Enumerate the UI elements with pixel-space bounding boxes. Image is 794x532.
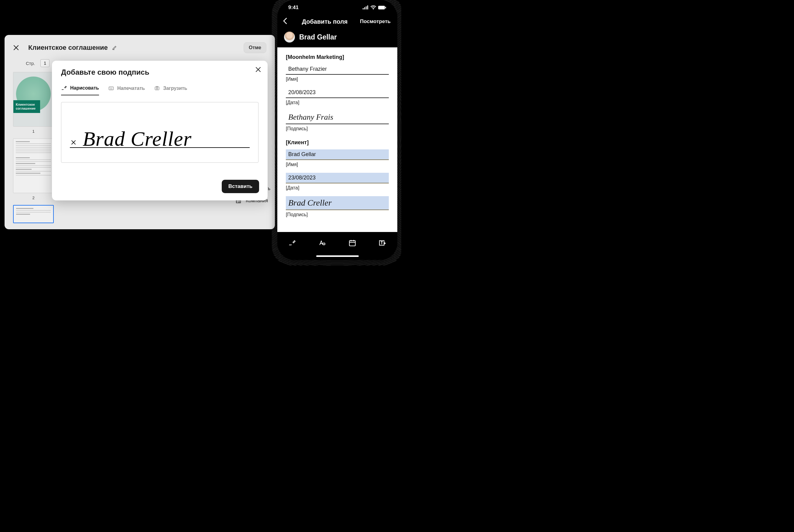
clear-signature-icon[interactable]: [71, 140, 76, 146]
svg-point-6: [156, 88, 158, 89]
svg-rect-4: [109, 87, 113, 90]
signature-baseline: [70, 147, 250, 148]
avatar: [284, 32, 295, 42]
svg-rect-5: [155, 87, 159, 90]
phone-user-header: Brad Gellar: [277, 30, 397, 48]
phone-user-name: Brad Gellar: [299, 33, 337, 41]
svg-rect-10: [367, 5, 368, 10]
page-thumbnail[interactable]: Клиентское соглашение: [13, 72, 54, 127]
document-title: Клиентское соглашение: [28, 44, 108, 52]
thumbnail-cover-title: Клиентское соглашение: [13, 100, 40, 113]
status-time: 9:41: [288, 4, 299, 11]
svg-rect-8: [364, 7, 365, 10]
phone-label-name: [Имя]: [286, 77, 389, 82]
svg-rect-12: [378, 6, 385, 10]
svg-rect-14: [349, 241, 355, 246]
thumbnail-number: 1: [32, 129, 34, 134]
thumbnail-column: Клиентское соглашение 1: [11, 72, 56, 223]
tabbar-signature-icon[interactable]: [288, 239, 296, 248]
modal-tabs: Нарисовать Напечатать Загрузить: [61, 85, 259, 95]
phone-label-client-signature: [Подпись]: [286, 212, 389, 217]
phone-nav-title: Добавить поля: [302, 18, 348, 25]
svg-rect-9: [366, 6, 366, 10]
phone-field-client-signature[interactable]: Brad Creller: [286, 196, 389, 210]
home-indicator: [316, 255, 359, 257]
signature-draw-canvas[interactable]: Brad Creller: [61, 102, 259, 163]
tabbar-date-icon[interactable]: [348, 239, 356, 248]
svg-rect-13: [385, 7, 386, 8]
phone-field-signature[interactable]: Bethany Frais: [286, 111, 389, 124]
close-icon[interactable]: [13, 45, 19, 51]
svg-point-11: [373, 9, 374, 10]
tab-upload[interactable]: Загрузить: [154, 85, 187, 95]
phone-label-client-name: [Имя]: [286, 162, 389, 167]
tab-type-label: Напечатать: [117, 86, 145, 91]
thumbnail-number: 2: [32, 195, 34, 200]
phone-field-client-date[interactable]: 23/08/2023: [286, 173, 389, 184]
battery-icon: [378, 5, 386, 10]
phone-mockup: 9:41 Добавить поля Посмотреть Brad Gella…: [277, 0, 397, 260]
svg-rect-3: [239, 200, 241, 203]
signal-icon: [363, 5, 369, 10]
page-label-prefix: Стр.: [26, 61, 35, 66]
phone-label-signature: [Подпись]: [286, 126, 389, 132]
back-icon[interactable]: [283, 18, 289, 25]
tabbar-textfield-icon[interactable]: [378, 239, 386, 248]
tab-draw-label: Нарисовать: [70, 85, 99, 91]
wifi-icon: [371, 5, 376, 10]
page-number-input[interactable]: [40, 59, 50, 67]
add-signature-modal: Добавьте свою подпись Нарисовать Напечат…: [52, 61, 268, 201]
phone-field-name[interactable]: Bethany Frazier: [286, 64, 389, 75]
tabbar-text-icon[interactable]: [318, 239, 326, 248]
phone-form-body: [Moonhelm Marketing] Bethany Frazier [Им…: [277, 48, 397, 232]
page-thumbnail-selected[interactable]: [13, 205, 54, 223]
phone-field-date[interactable]: 20/08/2023: [286, 88, 389, 98]
section-heading-company: [Moonhelm Marketing]: [286, 54, 389, 60]
edit-icon[interactable]: [112, 45, 117, 50]
page-thumbnail[interactable]: [13, 138, 54, 193]
phone-tabbar: [277, 232, 397, 255]
phone-status-bar: 9:41: [277, 0, 397, 15]
phone-label-client-date: [Дата]: [286, 185, 389, 191]
phone-nav-preview[interactable]: Посмотреть: [360, 19, 391, 24]
modal-title: Добавьте свою подпись: [61, 68, 259, 77]
tab-type[interactable]: Напечатать: [108, 85, 145, 95]
phone-label-date: [Дата]: [286, 100, 389, 106]
tab-upload-label: Загрузить: [163, 86, 187, 91]
section-heading-client: [Клиент]: [286, 139, 389, 146]
modal-close-icon[interactable]: [256, 67, 261, 74]
tab-draw[interactable]: Нарисовать: [61, 85, 99, 95]
phone-field-client-name[interactable]: Brad Gellar: [286, 149, 389, 160]
phone-navbar: Добавить поля Посмотреть: [277, 15, 397, 30]
insert-button[interactable]: Вставить: [222, 180, 259, 193]
svg-rect-7: [363, 8, 364, 10]
